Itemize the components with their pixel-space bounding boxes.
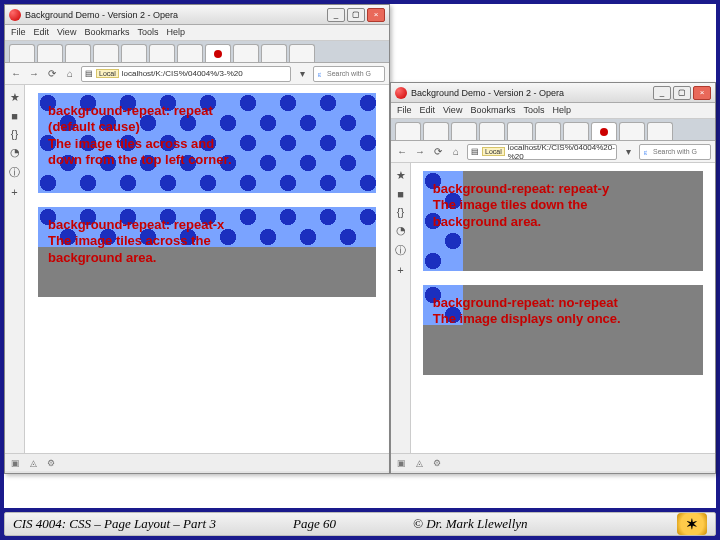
reload-icon[interactable]: ⟳ (431, 145, 445, 159)
status-icon[interactable]: ⚙ (47, 458, 55, 468)
close-button[interactable]: × (367, 8, 385, 22)
menu-tools[interactable]: Tools (137, 27, 158, 38)
maximize-button[interactable]: ▢ (673, 86, 691, 100)
demo-repeat-y: background-repeat: repeat-y The image ti… (423, 171, 703, 271)
star-icon[interactable]: ★ (10, 91, 20, 104)
tab[interactable] (619, 122, 645, 140)
forward-icon[interactable]: → (413, 145, 427, 159)
tab-bar (5, 41, 389, 63)
tab[interactable] (563, 122, 589, 140)
ucf-logo-icon: ✶ (677, 513, 707, 535)
tab-active[interactable] (591, 122, 617, 140)
plus-icon[interactable]: + (397, 264, 403, 276)
minimize-button[interactable]: _ (653, 86, 671, 100)
tab[interactable] (121, 44, 147, 62)
demo-repeat: background-repeat: repeat (default cause… (38, 93, 376, 193)
search-placeholder: Search with G (653, 148, 697, 155)
google-icon: g (317, 70, 325, 78)
tab[interactable] (65, 44, 91, 62)
tab-active[interactable] (205, 44, 231, 62)
status-bar: ▣ ◬ ⚙ (391, 453, 715, 471)
tab[interactable] (479, 122, 505, 140)
tab[interactable] (149, 44, 175, 62)
toolbar: ← → ⟳ ⌂ ▤ Local localhost/K:/CIS%/04004%… (5, 63, 389, 85)
maximize-button[interactable]: ▢ (347, 8, 365, 22)
search-box[interactable]: g Search with G (639, 144, 711, 160)
left-panel: ★ ■ {} ◔ ⓘ + (5, 85, 25, 453)
tab[interactable] (647, 122, 673, 140)
menu-file[interactable]: File (397, 105, 412, 116)
url-box[interactable]: ▤ Local localhost/K:/CIS%/04004%/3-%20 (81, 66, 291, 82)
local-tag: Local (96, 69, 119, 78)
home-icon[interactable]: ⌂ (449, 145, 463, 159)
tab-bar (391, 119, 715, 141)
menu-edit[interactable]: Edit (34, 27, 50, 38)
plus-icon[interactable]: + (11, 186, 17, 198)
titlebar: Background Demo - Version 2 - Opera _ ▢ … (5, 5, 389, 25)
menu-bar: File Edit View Bookmarks Tools Help (5, 25, 389, 41)
demo-text: background-repeat: repeat-y The image ti… (433, 181, 693, 230)
home-icon[interactable]: ⌂ (63, 67, 77, 81)
status-icon[interactable]: ▣ (11, 458, 20, 468)
status-icon[interactable]: ◬ (30, 458, 37, 468)
star-icon[interactable]: ★ (396, 169, 406, 182)
square-icon[interactable]: ■ (11, 110, 18, 122)
status-icon[interactable]: ⚙ (433, 458, 441, 468)
window-title: Background Demo - Version 2 - Opera (411, 88, 653, 98)
info-icon[interactable]: ⓘ (395, 243, 406, 258)
menu-view[interactable]: View (57, 27, 76, 38)
dropdown-icon[interactable]: ▾ (295, 67, 309, 81)
clock-icon[interactable]: ◔ (396, 224, 406, 237)
forward-icon[interactable]: → (27, 67, 41, 81)
square-icon[interactable]: ■ (397, 188, 404, 200)
menu-file[interactable]: File (11, 27, 26, 38)
left-panel: ★ ■ {} ◔ ⓘ + (391, 163, 411, 453)
browser-window-left: Background Demo - Version 2 - Opera _ ▢ … (4, 4, 390, 474)
opera-icon (395, 87, 407, 99)
menu-view[interactable]: View (443, 105, 462, 116)
menu-tools[interactable]: Tools (523, 105, 544, 116)
menu-bookmarks[interactable]: Bookmarks (470, 105, 515, 116)
menu-bookmarks[interactable]: Bookmarks (84, 27, 129, 38)
dropdown-icon[interactable]: ▾ (621, 145, 635, 159)
page-content: background-repeat: repeat (default cause… (25, 85, 389, 453)
tab[interactable] (451, 122, 477, 140)
demo-repeat-x: background-repeat: repeat-x The image ti… (38, 207, 376, 297)
tab[interactable] (233, 44, 259, 62)
menu-help[interactable]: Help (166, 27, 185, 38)
file-icon: ▤ (85, 69, 93, 78)
google-icon: g (643, 148, 651, 156)
tab[interactable] (9, 44, 35, 62)
tab[interactable] (37, 44, 63, 62)
tab[interactable] (507, 122, 533, 140)
tab[interactable] (423, 122, 449, 140)
info-icon[interactable]: ⓘ (9, 165, 20, 180)
close-button[interactable]: × (693, 86, 711, 100)
menu-help[interactable]: Help (552, 105, 571, 116)
status-icon[interactable]: ▣ (397, 458, 406, 468)
opera-icon (9, 9, 21, 21)
clock-icon[interactable]: ◔ (10, 146, 20, 159)
minimize-button[interactable]: _ (327, 8, 345, 22)
opera-dot-icon (214, 50, 222, 58)
back-icon[interactable]: ← (9, 67, 23, 81)
toolbar: ← → ⟳ ⌂ ▤ Local localhost/K:/CIS%/04004%… (391, 141, 715, 163)
braces-icon[interactable]: {} (397, 206, 404, 218)
search-box[interactable]: g Search with G (313, 66, 385, 82)
tab[interactable] (177, 44, 203, 62)
demo-text: background-repeat: repeat-x The image ti… (48, 217, 366, 266)
reload-icon[interactable]: ⟳ (45, 67, 59, 81)
back-icon[interactable]: ← (395, 145, 409, 159)
tab[interactable] (289, 44, 315, 62)
tab[interactable] (535, 122, 561, 140)
url-box[interactable]: ▤ Local localhost/K:/CIS%/04004%20-%20 (467, 144, 617, 160)
tab[interactable] (261, 44, 287, 62)
menu-edit[interactable]: Edit (420, 105, 436, 116)
tab[interactable] (93, 44, 119, 62)
tab[interactable] (395, 122, 421, 140)
status-icon[interactable]: ◬ (416, 458, 423, 468)
braces-icon[interactable]: {} (11, 128, 18, 140)
page-number: Page 60 (293, 516, 413, 532)
search-placeholder: Search with G (327, 70, 371, 77)
file-icon: ▤ (471, 147, 479, 156)
